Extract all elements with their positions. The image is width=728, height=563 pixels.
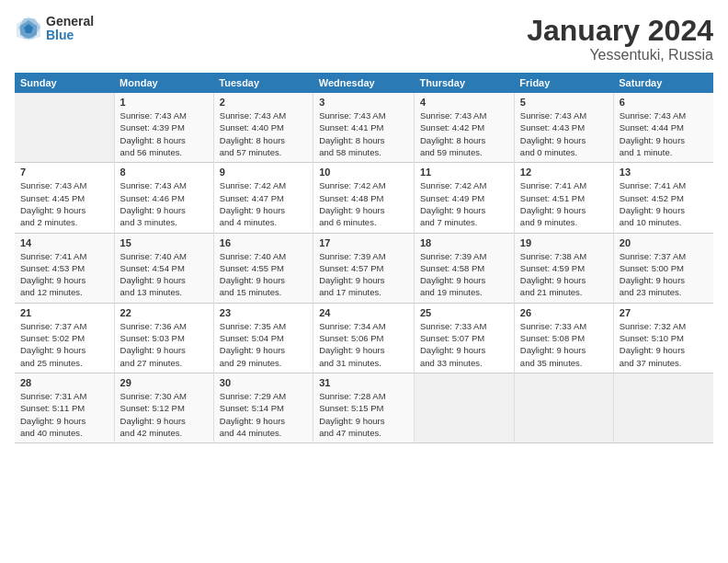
day-number: 8 xyxy=(120,167,208,178)
day-cell: 23Sunrise: 7:35 AMSunset: 5:04 PMDayligh… xyxy=(213,303,313,373)
week-row-4: 21Sunrise: 7:37 AMSunset: 5:02 PMDayligh… xyxy=(15,303,713,373)
day-info: Sunrise: 7:43 AMSunset: 4:43 PMDaylight:… xyxy=(520,109,608,158)
day-number: 31 xyxy=(319,377,408,388)
day-info: Sunrise: 7:29 AMSunset: 5:14 PMDaylight:… xyxy=(220,390,307,439)
logo-blue-text: Blue xyxy=(46,29,94,42)
day-cell: 4Sunrise: 7:43 AMSunset: 4:42 PMDaylight… xyxy=(414,93,514,163)
day-info: Sunrise: 7:38 AMSunset: 4:59 PMDaylight:… xyxy=(520,250,608,299)
header-tuesday: Tuesday xyxy=(213,73,313,93)
day-number: 18 xyxy=(420,237,508,248)
week-row-3: 14Sunrise: 7:41 AMSunset: 4:53 PMDayligh… xyxy=(15,233,713,303)
title-block: January 2024 Yessentuki, Russia xyxy=(527,15,713,63)
day-info: Sunrise: 7:43 AMSunset: 4:44 PMDaylight:… xyxy=(620,109,708,158)
day-info: Sunrise: 7:43 AMSunset: 4:41 PMDaylight:… xyxy=(319,109,408,158)
day-info: Sunrise: 7:40 AMSunset: 4:54 PMDaylight:… xyxy=(120,250,208,299)
day-number: 20 xyxy=(620,237,708,248)
calendar-table: Sunday Monday Tuesday Wednesday Thursday… xyxy=(15,73,713,443)
day-number: 7 xyxy=(20,167,108,178)
day-info: Sunrise: 7:37 AMSunset: 5:02 PMDaylight:… xyxy=(20,320,108,369)
day-info: Sunrise: 7:33 AMSunset: 5:08 PMDaylight:… xyxy=(520,320,608,369)
day-number: 22 xyxy=(120,307,208,318)
day-number: 11 xyxy=(420,167,508,178)
day-number: 26 xyxy=(520,307,608,318)
day-info: Sunrise: 7:43 AMSunset: 4:45 PMDaylight:… xyxy=(20,179,108,228)
calendar-header: Sunday Monday Tuesday Wednesday Thursday… xyxy=(15,73,713,93)
day-info: Sunrise: 7:43 AMSunset: 4:42 PMDaylight:… xyxy=(420,109,508,158)
day-cell: 21Sunrise: 7:37 AMSunset: 5:02 PMDayligh… xyxy=(15,303,114,373)
day-number: 13 xyxy=(620,167,708,178)
header-saturday: Saturday xyxy=(613,73,713,93)
day-cell: 5Sunrise: 7:43 AMSunset: 4:43 PMDaylight… xyxy=(514,93,613,163)
day-number: 14 xyxy=(20,237,108,248)
day-cell: 6Sunrise: 7:43 AMSunset: 4:44 PMDaylight… xyxy=(613,93,713,163)
day-cell: 17Sunrise: 7:39 AMSunset: 4:57 PMDayligh… xyxy=(313,233,415,303)
day-cell: 25Sunrise: 7:33 AMSunset: 5:07 PMDayligh… xyxy=(414,303,514,373)
day-cell: 10Sunrise: 7:42 AMSunset: 4:48 PMDayligh… xyxy=(313,163,415,233)
day-number: 30 xyxy=(220,377,307,388)
day-info: Sunrise: 7:43 AMSunset: 4:39 PMDaylight:… xyxy=(120,109,208,158)
day-cell: 8Sunrise: 7:43 AMSunset: 4:46 PMDaylight… xyxy=(114,163,213,233)
day-number: 19 xyxy=(520,237,608,248)
header-row: Sunday Monday Tuesday Wednesday Thursday… xyxy=(15,73,713,93)
day-cell: 14Sunrise: 7:41 AMSunset: 4:53 PMDayligh… xyxy=(15,233,114,303)
day-number: 25 xyxy=(420,307,508,318)
day-number: 15 xyxy=(120,237,208,248)
day-cell xyxy=(414,373,514,442)
day-cell: 3Sunrise: 7:43 AMSunset: 4:41 PMDaylight… xyxy=(313,93,415,163)
day-info: Sunrise: 7:32 AMSunset: 5:10 PMDaylight:… xyxy=(620,320,708,369)
day-cell: 24Sunrise: 7:34 AMSunset: 5:06 PMDayligh… xyxy=(313,303,415,373)
day-number: 21 xyxy=(20,307,108,318)
day-number: 12 xyxy=(520,167,608,178)
day-cell: 22Sunrise: 7:36 AMSunset: 5:03 PMDayligh… xyxy=(114,303,213,373)
logo-general-text: General xyxy=(46,15,94,29)
header: General Blue January 2024 Yessentuki, Ru… xyxy=(15,15,713,63)
day-cell: 20Sunrise: 7:37 AMSunset: 5:00 PMDayligh… xyxy=(613,233,713,303)
day-number: 9 xyxy=(220,167,307,178)
day-info: Sunrise: 7:41 AMSunset: 4:53 PMDaylight:… xyxy=(20,250,108,299)
day-cell: 9Sunrise: 7:42 AMSunset: 4:47 PMDaylight… xyxy=(213,163,313,233)
week-row-2: 7Sunrise: 7:43 AMSunset: 4:45 PMDaylight… xyxy=(15,163,713,233)
day-number: 23 xyxy=(220,307,307,318)
day-info: Sunrise: 7:42 AMSunset: 4:48 PMDaylight:… xyxy=(319,179,408,228)
logo-icon xyxy=(15,15,42,42)
day-info: Sunrise: 7:40 AMSunset: 4:55 PMDaylight:… xyxy=(220,250,307,299)
day-cell xyxy=(514,373,613,442)
day-number: 28 xyxy=(20,377,108,388)
day-info: Sunrise: 7:42 AMSunset: 4:47 PMDaylight:… xyxy=(220,179,307,228)
day-cell: 27Sunrise: 7:32 AMSunset: 5:10 PMDayligh… xyxy=(613,303,713,373)
day-cell: 26Sunrise: 7:33 AMSunset: 5:08 PMDayligh… xyxy=(514,303,613,373)
day-info: Sunrise: 7:33 AMSunset: 5:07 PMDaylight:… xyxy=(420,320,508,369)
day-info: Sunrise: 7:39 AMSunset: 4:57 PMDaylight:… xyxy=(319,250,408,299)
day-cell: 18Sunrise: 7:39 AMSunset: 4:58 PMDayligh… xyxy=(414,233,514,303)
day-cell: 12Sunrise: 7:41 AMSunset: 4:51 PMDayligh… xyxy=(514,163,613,233)
day-cell: 15Sunrise: 7:40 AMSunset: 4:54 PMDayligh… xyxy=(114,233,213,303)
logo-text: General Blue xyxy=(46,15,94,43)
day-number: 29 xyxy=(120,377,208,388)
location-title: Yessentuki, Russia xyxy=(527,47,713,63)
day-cell: 29Sunrise: 7:30 AMSunset: 5:12 PMDayligh… xyxy=(114,373,213,442)
day-number: 4 xyxy=(420,97,508,108)
day-info: Sunrise: 7:41 AMSunset: 4:52 PMDaylight:… xyxy=(620,179,708,228)
day-number: 16 xyxy=(220,237,307,248)
week-row-5: 28Sunrise: 7:31 AMSunset: 5:11 PMDayligh… xyxy=(15,373,713,442)
day-cell: 28Sunrise: 7:31 AMSunset: 5:11 PMDayligh… xyxy=(15,373,114,442)
day-info: Sunrise: 7:43 AMSunset: 4:46 PMDaylight:… xyxy=(120,179,208,228)
day-cell: 7Sunrise: 7:43 AMSunset: 4:45 PMDaylight… xyxy=(15,163,114,233)
header-friday: Friday xyxy=(514,73,613,93)
day-cell: 2Sunrise: 7:43 AMSunset: 4:40 PMDaylight… xyxy=(213,93,313,163)
day-cell: 11Sunrise: 7:42 AMSunset: 4:49 PMDayligh… xyxy=(414,163,514,233)
day-info: Sunrise: 7:34 AMSunset: 5:06 PMDaylight:… xyxy=(319,320,408,369)
day-number: 6 xyxy=(620,97,708,108)
logo: General Blue xyxy=(15,15,94,43)
day-number: 2 xyxy=(220,97,307,108)
day-info: Sunrise: 7:31 AMSunset: 5:11 PMDaylight:… xyxy=(20,390,108,439)
day-cell: 31Sunrise: 7:28 AMSunset: 5:15 PMDayligh… xyxy=(313,373,415,442)
header-sunday: Sunday xyxy=(15,73,114,93)
day-cell: 16Sunrise: 7:40 AMSunset: 4:55 PMDayligh… xyxy=(213,233,313,303)
week-row-1: 1Sunrise: 7:43 AMSunset: 4:39 PMDaylight… xyxy=(15,93,713,163)
day-info: Sunrise: 7:41 AMSunset: 4:51 PMDaylight:… xyxy=(520,179,608,228)
page: General Blue January 2024 Yessentuki, Ru… xyxy=(0,0,728,563)
day-cell: 19Sunrise: 7:38 AMSunset: 4:59 PMDayligh… xyxy=(514,233,613,303)
day-number: 3 xyxy=(319,97,408,108)
day-cell xyxy=(15,93,114,163)
